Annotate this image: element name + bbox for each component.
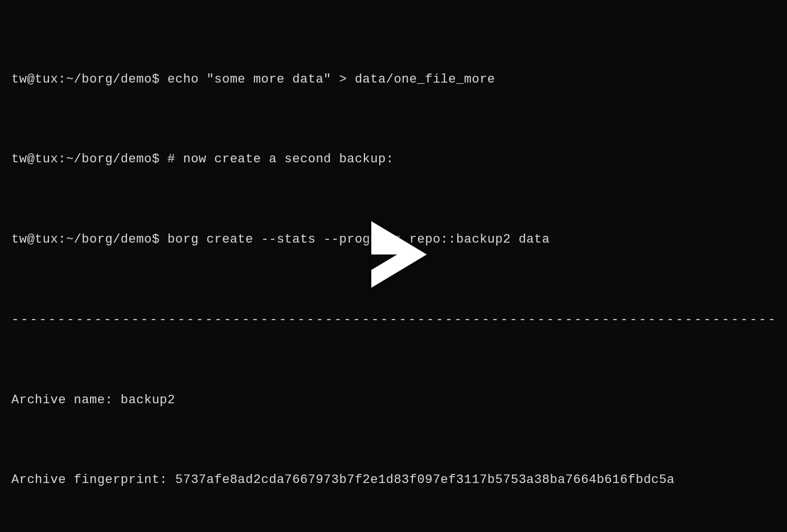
command-text: echo "some more data" > data/one_file_mo… — [167, 72, 495, 87]
command-line: tw@tux:~/borg/demo$ # now create a secon… — [11, 149, 776, 169]
prompt: tw@tux:~/borg/demo$ — [11, 152, 159, 166]
archive-fingerprint-line: Archive fingerprint: 5737afe8ad2cda76679… — [11, 470, 776, 490]
command-line: tw@tux:~/borg/demo$ echo "some more data… — [11, 69, 776, 89]
command-text: # now create a second backup: — [167, 152, 394, 166]
divider-line: ----------------------------------------… — [11, 310, 776, 330]
play-button[interactable] — [356, 218, 431, 298]
prompt: tw@tux:~/borg/demo$ — [11, 72, 159, 87]
prompt: tw@tux:~/borg/demo$ — [11, 232, 159, 247]
play-icon — [356, 281, 431, 296]
archive-name-line: Archive name: backup2 — [11, 390, 776, 410]
